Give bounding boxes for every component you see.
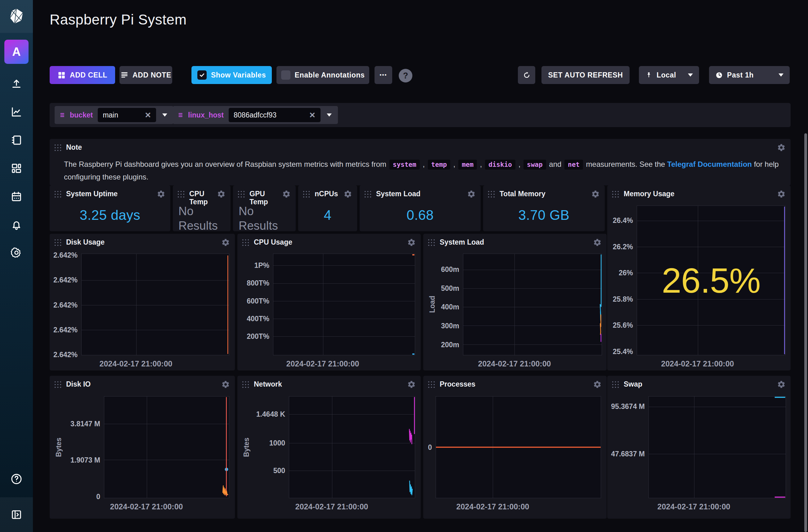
timezone-dropdown[interactable]: Local [639,66,699,84]
enable-annotations-toggle[interactable]: Enable Annotations [276,66,369,84]
pin-icon [645,71,653,79]
gear-icon[interactable] [777,143,786,153]
cell-title: GPU Temp [250,190,282,206]
drag-handle-icon[interactable] [488,190,495,200]
drag-handle-icon[interactable] [237,190,245,200]
show-variables-toggle[interactable]: Show Variables [191,66,272,84]
dashboards-icon [10,162,23,175]
x-axis-label: 2024-02-17 21:00:00 [661,359,734,368]
y-tick-label: 2.642% [51,251,77,259]
plot-area[interactable] [463,253,602,355]
gear-icon[interactable] [593,380,602,390]
drag-handle-icon[interactable] [54,381,62,390]
telegraf-docs-link[interactable]: Telegraf Documentation [667,160,752,168]
drag-handle-icon[interactable] [242,239,250,248]
y-tick-label: 2.642% [51,326,77,334]
sidebar-item-notebook[interactable] [0,128,33,153]
gear-icon[interactable] [221,238,230,248]
drag-handle-icon[interactable] [427,381,435,390]
cell-network: NetworkBytes1.4648 K10005002024-02-17 21… [237,376,421,519]
variable-linux_host: linux_host8086adfccf93✕ [173,106,338,124]
gear-icon[interactable] [344,190,352,200]
sidebar-item-upload[interactable] [0,71,33,96]
y-tick-label: 1.9073 M [51,456,100,464]
gear-icon[interactable] [407,380,416,390]
plot-area[interactable] [637,206,785,355]
clear-icon[interactable]: ✕ [139,111,151,120]
sidebar-item-expand[interactable] [0,497,33,532]
sidebar-item-graph[interactable] [0,99,33,124]
gear-icon [10,246,23,259]
gear-icon[interactable] [407,238,416,248]
variable-dropdown-button[interactable] [156,113,173,117]
variable-icon [59,112,67,118]
y-tick-label: 1P% [239,261,269,269]
cell-system-uptime: System Uptime3.25 days [50,185,170,231]
sidebar-item-help[interactable] [0,467,33,491]
drag-handle-icon[interactable] [54,144,62,153]
cell-title: CPU Temp [189,190,217,206]
no-results-text: No Results [179,204,225,231]
sidebar-item-dashboards[interactable] [0,156,33,181]
help-button[interactable]: ? [399,69,412,82]
show-variables-label: Show Variables [211,71,266,79]
gear-icon[interactable] [467,190,476,200]
drag-handle-icon[interactable] [242,381,250,390]
drag-handle-icon[interactable] [54,190,62,200]
drag-handle-icon[interactable] [302,190,310,200]
sidebar-item-gear[interactable] [0,240,33,265]
plot-area[interactable] [273,253,415,355]
overflow-menu-button[interactable]: ••• [374,66,392,84]
set-auto-refresh-button[interactable]: SET AUTO REFRESH [541,66,629,84]
cell-title: Disk Usage [66,238,105,246]
clear-icon[interactable]: ✕ [304,111,316,120]
user-avatar[interactable]: A [4,40,29,64]
add-cell-button[interactable]: ADD CELL [50,66,115,84]
y-tick-label: 800T% [239,279,269,287]
cell-title: Network [254,380,282,388]
checkbox-unchecked-icon [281,70,290,80]
series-line [600,254,601,321]
y-tick-label: 2.642% [51,301,77,309]
note-text-segment: and [547,160,564,168]
gear-icon[interactable] [217,190,225,200]
drag-handle-icon[interactable] [364,190,372,200]
x-axis-label: 2024-02-17 21:00:00 [295,502,368,511]
gear-icon[interactable] [777,380,786,390]
sidebar-item-calendar[interactable] [0,184,33,209]
cell-memory-usage: Memory Usage26.4%26.2%26%25.8%25.6%25.4%… [607,185,791,370]
plot-area[interactable] [81,253,229,355]
add-cell-label: ADD CELL [70,71,107,79]
cell-total-memory: Total Memory3.70 GB [483,185,605,231]
plot-area[interactable] [436,396,601,498]
drag-handle-icon[interactable] [611,190,619,200]
x-axis-label: 2024-02-17 21:00:00 [478,359,551,368]
influxdb-logo-icon[interactable] [0,0,33,33]
scrollbar-thumb[interactable] [804,133,807,532]
gear-icon[interactable] [777,190,786,200]
variable-value-box[interactable]: 8086adfccf93✕ [229,108,320,122]
gear-icon[interactable] [591,190,600,200]
gear-icon[interactable] [593,238,602,248]
code-chip: mem [458,160,477,170]
gear-icon[interactable] [157,190,165,200]
cell-title: nCPUs [315,190,338,198]
drag-handle-icon[interactable] [177,190,185,200]
plot-area[interactable] [289,396,415,498]
gear-icon[interactable] [282,190,291,200]
variables-panel: bucketmain✕linux_host8086adfccf93✕ [50,103,791,127]
drag-handle-icon[interactable] [54,239,62,248]
gear-icon[interactable] [221,380,230,390]
refresh-button[interactable] [518,66,535,84]
variable-value-box[interactable]: main✕ [98,108,156,122]
y-tick-label: 500m [424,284,459,292]
time-range-dropdown[interactable]: Past 1h [709,66,790,84]
variable-dropdown-button[interactable] [320,113,338,117]
add-note-button[interactable]: ADD NOTE [120,66,172,84]
plot-area[interactable] [648,396,786,498]
cell-cpu-temp: CPU TempNo Results [173,185,231,231]
drag-handle-icon[interactable] [427,239,435,248]
sidebar-item-bell[interactable] [0,213,33,238]
plot-area[interactable] [104,396,229,498]
drag-handle-icon[interactable] [611,381,619,390]
